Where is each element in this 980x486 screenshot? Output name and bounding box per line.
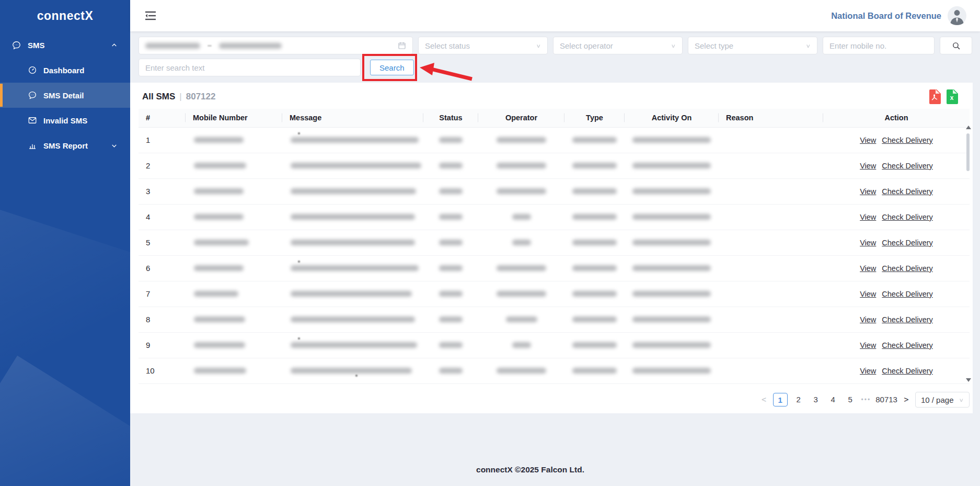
view-link[interactable]: View (860, 367, 876, 375)
redacted-text (194, 214, 244, 220)
redacted-text (632, 137, 711, 143)
scrollbar-thumb[interactable] (966, 133, 970, 171)
redacted-text (632, 368, 711, 374)
status-select-placeholder: Select status (425, 41, 470, 50)
check-delivery-link[interactable]: Check Delivery (882, 239, 933, 247)
sidebar-item-label: Invalid SMS (43, 116, 87, 125)
app-window: connectX SMS (0, 0, 980, 486)
redacted-text (512, 342, 531, 348)
check-delivery-link[interactable]: Check Delivery (882, 213, 933, 221)
content-area: Select status ∨ Select operator ∨ Select… (130, 31, 980, 486)
sidebar-item-dashboard[interactable]: Dashboard (0, 58, 130, 83)
pagination-prev-button[interactable]: < (760, 395, 768, 404)
list-title: All SMS (142, 92, 175, 102)
pagination-page[interactable]: 3 (810, 393, 822, 406)
date-range-separator (207, 45, 212, 47)
redacted-text (439, 240, 463, 245)
status-select[interactable]: Select status ∨ (418, 37, 548, 54)
user-avatar[interactable] (948, 6, 966, 25)
redacted-text (497, 291, 546, 297)
view-link[interactable]: View (860, 239, 876, 247)
redacted-text (291, 291, 412, 297)
sidebar-item-sms-report[interactable]: SMS Report (0, 133, 130, 158)
mobile-number-field-wrap (823, 37, 935, 54)
mobile-search-button[interactable] (940, 37, 972, 54)
type-select[interactable]: Select type ∨ (688, 37, 817, 54)
topbar: National Board of Revenue (130, 0, 980, 31)
check-delivery-link[interactable]: Check Delivery (882, 341, 933, 349)
redacted-end-date (219, 43, 282, 49)
redacted-text (572, 188, 617, 194)
view-link[interactable]: View (860, 162, 876, 170)
view-link[interactable]: View (860, 290, 876, 298)
redacted-text (194, 342, 245, 348)
column-header: Mobile Number (186, 109, 282, 127)
sidebar-item-sms[interactable]: SMS (0, 32, 130, 58)
menu-fold-icon[interactable] (145, 11, 156, 20)
redacted-dot (298, 132, 300, 134)
table-row: 1ViewCheck Delivery (139, 127, 970, 153)
sidebar-item-sms-detail[interactable]: SMS Detail (0, 83, 130, 108)
redacted-text (291, 342, 417, 348)
operator-select[interactable]: Select operator ∨ (553, 37, 683, 54)
redacted-text (506, 317, 537, 322)
bar-chart-icon (27, 141, 37, 151)
check-delivery-link[interactable]: Check Delivery (882, 315, 933, 324)
sidebar-item-invalid-sms[interactable]: Invalid SMS (0, 108, 130, 133)
reason-cell (719, 178, 823, 204)
redacted-text (497, 163, 546, 168)
redacted-text (439, 163, 463, 168)
redacted-text (291, 317, 415, 322)
view-link[interactable]: View (860, 264, 876, 273)
check-delivery-link[interactable]: Check Delivery (882, 136, 933, 144)
date-range-picker[interactable] (139, 37, 413, 54)
page-size-select[interactable]: 10 / page ∨ (915, 392, 970, 408)
pagination-last-page[interactable]: 80713 (875, 393, 897, 406)
brand-logo: connectX (0, 0, 130, 32)
excel-export-icon[interactable]: x (947, 89, 959, 104)
main-area: National Board of Revenue (130, 0, 980, 486)
view-link[interactable]: View (860, 315, 876, 324)
sidebar-group-label: SMS (28, 41, 45, 50)
scroll-down-icon[interactable] (966, 378, 971, 382)
column-header: Activity On (625, 109, 719, 127)
redacted-text (512, 214, 531, 220)
pagination-page-active[interactable]: 1 (773, 393, 788, 406)
search-text-input[interactable] (145, 63, 354, 72)
table-row: 9ViewCheck Delivery (139, 332, 970, 358)
table-row: 8ViewCheck Delivery (139, 307, 970, 332)
pagination-page[interactable]: 5 (844, 393, 857, 406)
view-link[interactable]: View (860, 341, 876, 349)
view-link[interactable]: View (860, 187, 876, 196)
redacted-text (632, 317, 711, 322)
search-button[interactable]: Search (370, 60, 414, 75)
redacted-text (194, 240, 249, 245)
scroll-up-icon[interactable] (966, 126, 971, 129)
redacted-text (632, 291, 711, 297)
redacted-dot (298, 337, 300, 340)
view-link[interactable]: View (860, 136, 876, 144)
check-delivery-link[interactable]: Check Delivery (882, 367, 933, 375)
table-header: #Mobile NumberMessageStatusOperatorTypeA… (139, 109, 970, 127)
sms-chat-icon (11, 40, 21, 50)
column-header: Status (423, 109, 478, 127)
pagination-ellipsis[interactable]: ••• (861, 396, 871, 403)
chevron-down-icon: ∨ (671, 43, 676, 49)
check-delivery-link[interactable]: Check Delivery (882, 162, 933, 170)
redacted-text (572, 368, 617, 374)
pagination-page[interactable]: 4 (827, 393, 839, 406)
calendar-icon (398, 41, 406, 50)
pdf-export-icon[interactable] (929, 89, 942, 104)
sidebar-nav: SMS Dashboard (0, 32, 130, 158)
row-index: 6 (139, 255, 186, 281)
table-scrollbar[interactable] (965, 126, 971, 382)
check-delivery-link[interactable]: Check Delivery (882, 187, 933, 196)
view-link[interactable]: View (860, 213, 876, 221)
check-delivery-link[interactable]: Check Delivery (882, 264, 933, 273)
pagination-next-button[interactable]: > (902, 395, 910, 404)
table-row: 5ViewCheck Delivery (139, 230, 970, 255)
mobile-number-input[interactable] (829, 41, 928, 50)
check-delivery-link[interactable]: Check Delivery (882, 290, 933, 298)
redacted-text (439, 368, 463, 374)
pagination-page[interactable]: 2 (792, 393, 805, 406)
